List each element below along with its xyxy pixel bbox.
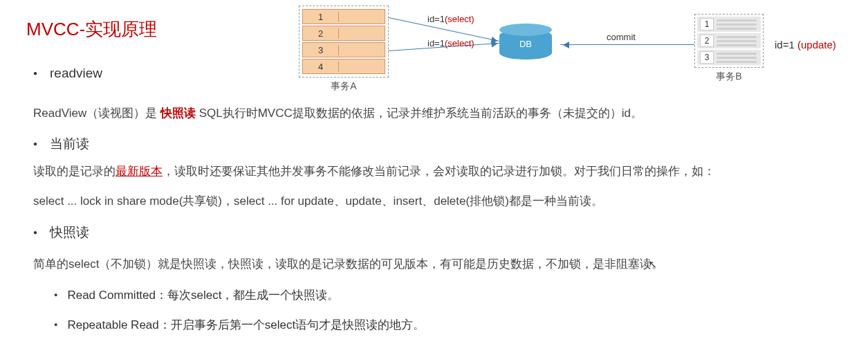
table-row: 3 (697, 50, 761, 65)
table-row: 1 (697, 17, 761, 32)
edge-label-update: id=1 (update) (775, 39, 836, 51)
table-row: 2 (697, 33, 761, 48)
db-icon: DB (499, 29, 552, 60)
snapshot-read-line1: 简单的select（不加锁）就是快照读，快照读，读取的是记录数据的可见版本，有可… (33, 256, 663, 273)
edge-label-select-2: id=1(select) (427, 38, 474, 48)
row-num: 3 (303, 45, 339, 55)
row-num: 4 (303, 62, 339, 72)
transaction-b-box: 1 2 3 (694, 14, 764, 68)
row-num: 2 (303, 28, 339, 39)
mvcc-diagram: 1 2 3 4 事务A id=1(select) id=1(select) DB… (299, 6, 860, 99)
cursor-icon: ↖ (649, 259, 657, 270)
page-title: MVCC-实现原理 (26, 17, 157, 42)
current-read-line1: 读取的是记录的最新版本，读取时还要保证其他并发事务不能修改当前记录，会对读取的记… (33, 163, 715, 180)
transaction-b-label: 事务B (694, 71, 764, 83)
db-label: DB (499, 39, 552, 49)
sub-bullet-repeatable-read: Repeatable Read：开启事务后第一个select语句才是快照读的地方… (54, 317, 425, 333)
section-heading-snapshot-read: 快照读 (33, 224, 89, 242)
transaction-a-box: 1 2 3 4 (299, 6, 389, 78)
edge-label-select-1: id=1(select) (427, 14, 474, 24)
edge-label-commit: commit (607, 32, 636, 42)
readview-paragraph: ReadView（读视图）是 快照读 SQL执行时MVCC提取数据的依据，记录并… (33, 105, 643, 122)
sub-bullet-read-committed: Read Committed：每次select，都生成一个快照读。 (54, 287, 339, 303)
row-num: 1 (303, 12, 339, 22)
row-num: 3 (700, 51, 714, 64)
edge-line (560, 44, 694, 45)
section-heading-current-read: 当前读 (33, 135, 89, 153)
current-read-line2: select ... lock in share mode(共享锁)，selec… (33, 193, 603, 210)
table-row: 1 (302, 9, 385, 24)
table-row: 4 (302, 59, 385, 74)
row-num: 1 (700, 18, 714, 30)
section-heading-readview: readview (33, 66, 102, 81)
row-num: 2 (700, 35, 714, 47)
table-row: 2 (302, 26, 385, 41)
table-row: 3 (302, 42, 385, 57)
transaction-a-label: 事务A (299, 80, 389, 93)
